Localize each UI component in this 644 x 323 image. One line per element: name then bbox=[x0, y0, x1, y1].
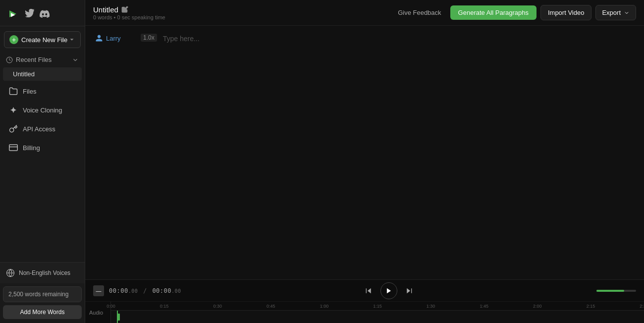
ruler-label: 0:45 bbox=[267, 304, 275, 309]
create-new-file-button[interactable]: + Create New File bbox=[4, 31, 81, 48]
bottom-controls: — 00:00.00 / 00:00.00 bbox=[85, 279, 644, 323]
folder-icon bbox=[9, 87, 18, 96]
card-icon bbox=[9, 143, 18, 152]
header-left: Untitled 0 words • 0 sec speaking time bbox=[93, 5, 165, 20]
globe-icon bbox=[6, 269, 15, 277]
document-meta: 0 words • 0 sec speaking time bbox=[93, 14, 165, 20]
ruler-label: 0:00 bbox=[107, 304, 115, 309]
non-english-section: Non-English Voices bbox=[0, 262, 85, 283]
header-right: Give Feedback Generate All Paragraphs Im… bbox=[393, 5, 636, 20]
ruler-label: 1:30 bbox=[427, 304, 435, 309]
add-more-words-button[interactable]: Add More Words bbox=[3, 305, 82, 319]
play-button[interactable] bbox=[380, 282, 397, 299]
non-english-label: Non-English Voices bbox=[19, 269, 70, 276]
ruler-label: 2:00 bbox=[533, 304, 542, 309]
sidebar-item-files[interactable]: Files bbox=[3, 82, 82, 100]
header: Untitled 0 words • 0 sec speaking time G… bbox=[85, 0, 644, 26]
billing-label: Billing bbox=[23, 144, 40, 152]
ruler-label: 1:00 bbox=[320, 304, 329, 309]
key-icon bbox=[9, 124, 18, 133]
twitter-icon[interactable] bbox=[25, 9, 35, 19]
voice-name[interactable]: Larry bbox=[106, 35, 121, 42]
wand-icon bbox=[9, 106, 18, 114]
header-title-row: Untitled bbox=[93, 5, 165, 14]
words-remaining-text: 2,500 words remaining bbox=[8, 291, 68, 298]
playhead bbox=[117, 311, 118, 323]
skip-back-button[interactable] bbox=[362, 284, 376, 298]
mute-button[interactable]: — bbox=[93, 285, 104, 296]
sidebar-item-voice-cloning[interactable]: Voice Cloning bbox=[3, 101, 82, 119]
edit-icon[interactable] bbox=[121, 6, 128, 13]
import-video-button[interactable]: Import Video bbox=[540, 5, 591, 20]
current-time: 00:00.00 bbox=[109, 287, 142, 294]
speed-badge[interactable]: 1.0x bbox=[141, 34, 157, 42]
svg-marker-12 bbox=[387, 288, 391, 293]
track-content bbox=[111, 311, 644, 323]
generate-all-paragraphs-button[interactable]: Generate All Paragraphs bbox=[450, 5, 537, 20]
recent-files-label: Recent Files bbox=[16, 56, 52, 63]
voice-indicator[interactable]: Larry bbox=[95, 34, 135, 42]
sidebar-item-api-access[interactable]: API Access bbox=[3, 120, 82, 138]
recent-file-item[interactable]: Untitled bbox=[3, 67, 82, 81]
svg-text:▶: ▶ bbox=[11, 12, 15, 17]
volume-slider-area[interactable] bbox=[596, 290, 636, 292]
chevron-down-icon bbox=[624, 10, 630, 16]
non-english-voices-button[interactable]: Non-English Voices bbox=[5, 267, 80, 279]
recent-files-header-left: Recent Files bbox=[6, 56, 52, 63]
create-btn-label: Create New File bbox=[21, 36, 67, 44]
discord-icon[interactable] bbox=[40, 9, 50, 19]
svg-marker-10 bbox=[368, 288, 371, 293]
clock-icon bbox=[6, 56, 13, 63]
editor-area[interactable]: Larry 1.0x Type here... bbox=[85, 26, 644, 279]
give-feedback-button[interactable]: Give Feedback bbox=[393, 6, 446, 19]
text-input-area[interactable]: Type here... bbox=[163, 34, 634, 43]
api-access-label: API Access bbox=[23, 125, 55, 133]
skip-forward-icon bbox=[405, 287, 413, 295]
ruler-label: 0:30 bbox=[213, 304, 222, 309]
ruler-label: 0:15 bbox=[160, 304, 169, 309]
timeline-ruler[interactable]: 0:000:150:300:451:001:151:301:452:002:15… bbox=[111, 302, 644, 323]
ruler-label: 2:30 bbox=[640, 304, 644, 309]
sidebar-item-billing[interactable]: Billing bbox=[3, 139, 82, 157]
main-content: Untitled 0 words • 0 sec speaking time G… bbox=[85, 0, 644, 323]
sidebar: ▶ + Create New File Recent Files bbox=[0, 0, 85, 323]
chevron-down-icon bbox=[68, 36, 75, 43]
ruler-ticks: 0:000:150:300:451:001:151:301:452:002:15… bbox=[111, 302, 644, 311]
paragraph-row: Larry 1.0x Type here... bbox=[95, 34, 634, 43]
recent-files-header[interactable]: Recent Files bbox=[0, 53, 85, 66]
skip-back-icon bbox=[365, 287, 373, 295]
skip-forward-button[interactable] bbox=[402, 284, 416, 298]
words-remaining-box: 2,500 words remaining bbox=[3, 286, 82, 302]
plus-icon: + bbox=[9, 35, 18, 44]
document-title: Untitled bbox=[93, 5, 118, 14]
total-time: 00:00.00 bbox=[152, 287, 181, 294]
sidebar-header: ▶ bbox=[0, 0, 85, 26]
ruler-label: 1:15 bbox=[373, 304, 382, 309]
add-words-label: Add More Words bbox=[20, 309, 65, 316]
play-icon bbox=[385, 287, 392, 294]
audio-track-label: Audio bbox=[89, 310, 103, 316]
transport-bar: — 00:00.00 / 00:00.00 bbox=[85, 280, 644, 302]
placeholder-text[interactable]: Type here... bbox=[163, 35, 200, 43]
voice-cloning-label: Voice Cloning bbox=[23, 107, 62, 114]
chevron-down-icon bbox=[72, 56, 79, 63]
volume-fill bbox=[596, 290, 624, 292]
logo: ▶ bbox=[6, 7, 20, 21]
svg-marker-13 bbox=[407, 288, 410, 293]
files-label: Files bbox=[23, 88, 36, 95]
voice-person-icon bbox=[95, 34, 103, 42]
export-button[interactable]: Export bbox=[595, 5, 636, 20]
ruler-label: 2:15 bbox=[587, 304, 595, 309]
recent-file-name: Untitled bbox=[13, 70, 35, 78]
timeline-area: Audio 0:000:150:300:451:001:151:301:452:… bbox=[85, 302, 644, 323]
time-display: 00:00.00 / 00:00.00 bbox=[109, 287, 181, 294]
volume-bar[interactable] bbox=[596, 290, 636, 292]
time-separator: / bbox=[143, 287, 147, 294]
svg-rect-7 bbox=[9, 145, 18, 151]
ruler-label: 1:45 bbox=[480, 304, 488, 309]
